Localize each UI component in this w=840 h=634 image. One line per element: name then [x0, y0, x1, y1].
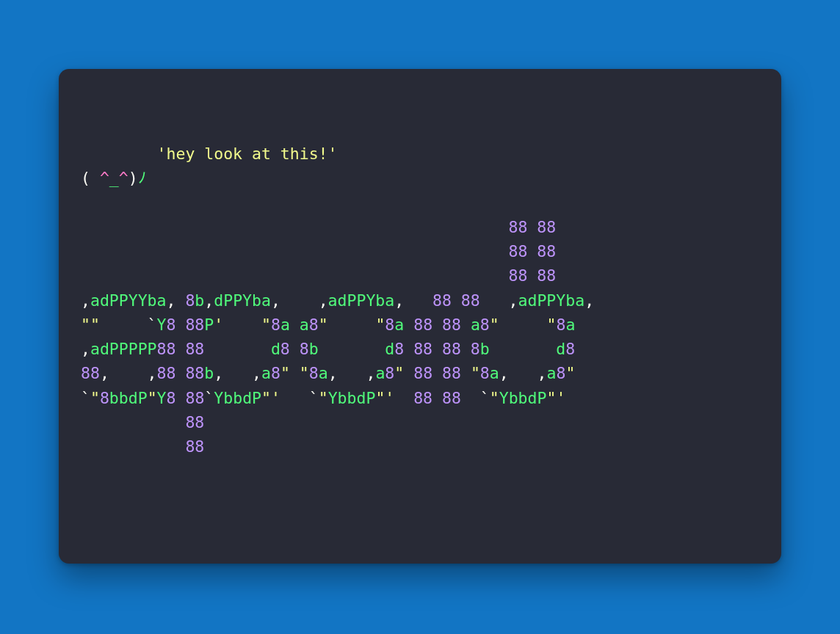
code-token: ,	[81, 291, 90, 310]
code-token: `	[100, 316, 157, 334]
code-token: "	[300, 364, 309, 382]
code-token	[432, 364, 442, 382]
code-token: "	[375, 316, 385, 334]
code-token: 88	[442, 340, 461, 358]
code-token: 8	[385, 364, 394, 382]
code-token: "	[547, 316, 557, 334]
code-token: 88	[185, 437, 204, 456]
code-token: `	[280, 389, 319, 407]
code-token	[404, 364, 413, 382]
code-token	[394, 389, 413, 407]
code-token: _	[109, 169, 119, 187]
code-token: a	[471, 316, 480, 334]
code-token: "'	[375, 389, 394, 407]
code-token: ""	[81, 316, 100, 334]
code-token: 8	[271, 316, 280, 334]
code-token: 88	[508, 266, 527, 285]
code-token	[527, 242, 537, 260]
code-token: YbbdP	[499, 389, 547, 407]
code-token: 8	[100, 389, 109, 407]
code-token	[527, 266, 537, 285]
code-token: 8	[300, 340, 309, 358]
code-token: a	[280, 316, 290, 334]
code-token: 88	[185, 413, 204, 431]
code-token: "	[565, 364, 575, 382]
code-token	[404, 316, 413, 334]
code-token	[527, 218, 537, 236]
code-token: 88	[413, 364, 432, 382]
code-token: 8	[394, 340, 404, 358]
code-token: "	[280, 364, 290, 382]
code-token: d	[271, 340, 280, 358]
code-token: , ,	[271, 291, 328, 310]
code-token: ^	[119, 169, 128, 187]
code-token: "	[261, 316, 271, 334]
code-token: 8	[280, 340, 290, 358]
code-token: d	[385, 340, 394, 358]
code-token: b	[309, 340, 319, 358]
code-token	[81, 242, 508, 260]
code-token: 8	[271, 364, 280, 382]
code-token: 88	[442, 389, 461, 407]
code-token: ,	[480, 291, 518, 310]
code-block: 'hey look at this!' ( ^_^)ﾉ 88 88 88 88 …	[81, 92, 759, 459]
code-token	[175, 340, 185, 358]
code-token: 88	[508, 218, 527, 236]
code-token	[81, 413, 185, 431]
code-token: )	[128, 169, 138, 187]
code-token	[290, 316, 300, 334]
code-token: `	[204, 389, 214, 407]
code-token: , ,	[214, 364, 261, 382]
code-token: 8	[565, 340, 575, 358]
code-token: 8	[480, 316, 490, 334]
code-token: "'	[546, 389, 565, 407]
code-token: '	[214, 316, 223, 334]
code-token: 8	[167, 316, 176, 334]
code-token: Y	[157, 389, 167, 407]
code-token: 88	[432, 291, 452, 310]
code-token: 88	[81, 364, 100, 382]
code-token	[81, 218, 508, 236]
code-token: (	[81, 169, 100, 187]
code-token: "	[471, 364, 480, 382]
code-token: 88	[537, 218, 556, 236]
code-token: b	[204, 364, 214, 382]
code-token: 88	[537, 242, 556, 260]
code-token	[81, 266, 508, 285]
code-token: 8	[167, 389, 176, 407]
code-token: 88	[537, 266, 556, 285]
code-token: b	[195, 291, 204, 310]
code-token: YbbdP	[214, 389, 261, 407]
code-token: adPPPPP	[90, 340, 157, 358]
code-token: a	[319, 364, 328, 382]
code-token	[175, 316, 185, 334]
code-token: adPPYba	[518, 291, 585, 310]
code-token: 88	[157, 364, 176, 382]
code-token: ﾉ	[138, 169, 146, 187]
code-token	[176, 389, 186, 407]
code-token	[432, 389, 442, 407]
code-token: 88	[508, 242, 527, 260]
code-token	[223, 316, 261, 334]
code-token	[290, 340, 300, 358]
code-token: "'	[261, 389, 280, 407]
code-token: YbbdP	[328, 389, 376, 407]
code-card: 'hey look at this!' ( ^_^)ﾉ 88 88 88 88 …	[59, 69, 781, 564]
code-token: ,	[204, 291, 214, 310]
code-token: , ,	[100, 364, 157, 382]
code-token: 'hey look at this!'	[157, 145, 338, 163]
code-token: "	[490, 389, 499, 407]
code-token: Y	[157, 316, 167, 334]
code-token: ^	[100, 169, 109, 187]
code-token: 8	[471, 340, 480, 358]
code-token: 8	[309, 364, 319, 382]
code-token: 88	[185, 316, 204, 334]
code-token	[490, 340, 557, 358]
code-token: 8	[556, 316, 565, 334]
code-token: 88	[413, 316, 432, 334]
code-token: "	[394, 364, 404, 382]
code-token	[432, 316, 442, 334]
code-token: adPPYba	[328, 291, 395, 310]
code-token: 88	[185, 364, 204, 382]
code-token	[461, 316, 471, 334]
